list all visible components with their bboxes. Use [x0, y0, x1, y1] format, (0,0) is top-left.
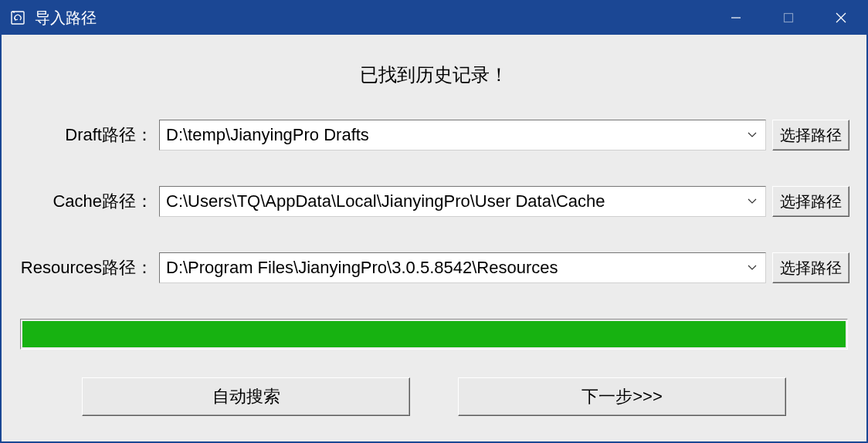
draft-path-combo[interactable]: D:\temp\JianyingPro Drafts	[159, 120, 766, 150]
status-message: 已找到历史记录！	[2, 63, 866, 87]
app-icon	[8, 8, 27, 27]
svg-rect-2	[785, 14, 793, 22]
chevron-down-icon[interactable]	[739, 187, 765, 216]
maximize-button	[762, 1, 815, 35]
action-row: 自动搜索 下一步>>>	[2, 377, 866, 416]
next-button[interactable]: 下一步>>>	[458, 377, 786, 416]
minimize-button[interactable]	[710, 1, 762, 35]
resources-browse-button[interactable]: 选择路径	[772, 252, 849, 283]
chevron-down-icon[interactable]	[739, 120, 765, 150]
resources-path-row: Resources路径： D:\Program Files\JianyingPr…	[2, 252, 866, 283]
resources-path-label: Resources路径：	[19, 256, 153, 279]
dialog-body: 已找到历史记录！ Draft路径： D:\temp\JianyingPro Dr…	[2, 35, 866, 441]
draft-path-value: D:\temp\JianyingPro Drafts	[160, 125, 739, 145]
progress-fill	[22, 321, 846, 347]
window-controls	[710, 1, 867, 35]
titlebar: 导入路径	[1, 1, 867, 35]
resources-path-value: D:\Program Files\JianyingPro\3.0.5.8542\…	[160, 258, 739, 278]
window-title: 导入路径	[35, 8, 710, 29]
cache-browse-button[interactable]: 选择路径	[772, 186, 849, 217]
draft-browse-button[interactable]: 选择路径	[772, 120, 849, 150]
cache-path-label: Cache路径：	[19, 190, 153, 213]
chevron-down-icon[interactable]	[739, 253, 765, 282]
progress-bar	[20, 319, 848, 350]
auto-search-button[interactable]: 自动搜索	[82, 377, 410, 416]
cache-path-row: Cache路径： C:\Users\TQ\AppData\Local\Jiany…	[2, 186, 866, 217]
resources-path-combo[interactable]: D:\Program Files\JianyingPro\3.0.5.8542\…	[159, 252, 766, 283]
draft-path-label: Draft路径：	[19, 123, 153, 147]
cache-path-value: C:\Users\TQ\AppData\Local\JianyingPro\Us…	[160, 191, 739, 211]
svg-rect-0	[12, 12, 24, 24]
draft-path-row: Draft路径： D:\temp\JianyingPro Drafts 选择路径	[2, 120, 866, 150]
close-button[interactable]	[815, 1, 867, 35]
cache-path-combo[interactable]: C:\Users\TQ\AppData\Local\JianyingPro\Us…	[159, 186, 766, 217]
